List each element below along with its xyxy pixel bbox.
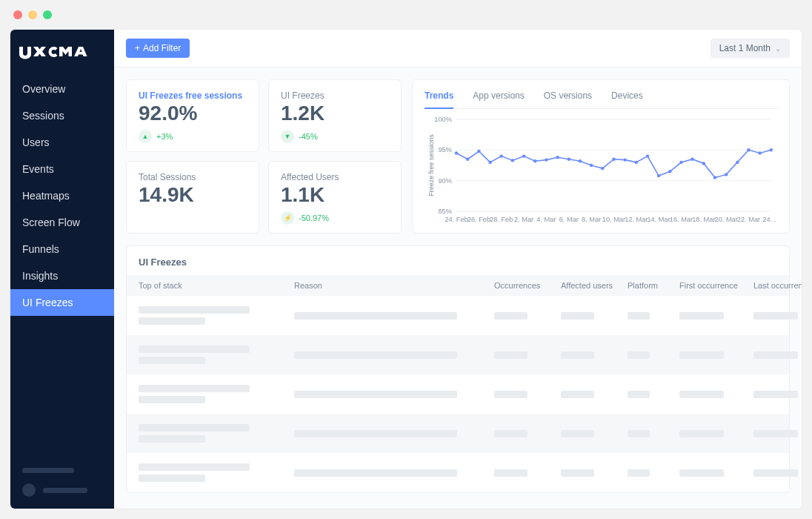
caret-down-icon: ▼ <box>281 130 294 143</box>
skeleton-line <box>22 468 74 473</box>
table-row[interactable] <box>127 374 789 414</box>
minimize-dot[interactable] <box>28 10 37 19</box>
chart-body: 85%90%95%100%Freeze free sessions24. Feb… <box>423 109 779 226</box>
metric-freeze-free-sessions: UI Freezes free sessions 92.0% ▲ +3% <box>126 79 259 152</box>
bolt-icon: ⚡ <box>281 211 294 225</box>
metric-label: UI Freezes <box>281 90 389 101</box>
svg-text:100%: 100% <box>434 116 452 123</box>
svg-point-13 <box>499 154 503 157</box>
titlebar <box>0 0 812 30</box>
svg-text:12. Mar: 12. Mar <box>625 216 648 223</box>
col-first-occurrence: First occurrence <box>679 281 746 290</box>
svg-point-33 <box>725 173 728 176</box>
app-frame: Overview Sessions Users Events Heatmaps … <box>10 30 802 509</box>
skeleton-line <box>43 488 87 493</box>
svg-point-31 <box>702 162 706 165</box>
svg-point-22 <box>601 167 605 170</box>
table-row[interactable] <box>127 296 789 335</box>
svg-text:Freeze free sessions: Freeze free sessions <box>427 134 435 196</box>
metric-delta: ⚡ -50.97% <box>281 211 389 225</box>
metric-value: 1.2K <box>281 102 389 125</box>
svg-point-29 <box>679 161 683 164</box>
sidebar: Overview Sessions Users Events Heatmaps … <box>10 30 114 509</box>
plus-icon: + <box>135 43 140 53</box>
svg-point-20 <box>579 159 582 162</box>
content: UI Freezes free sessions 92.0% ▲ +3% UI … <box>114 67 802 505</box>
svg-text:18. Mar: 18. Mar <box>692 216 715 223</box>
svg-text:26. Feb: 26. Feb <box>467 216 490 223</box>
caret-up-icon: ▲ <box>139 130 152 143</box>
svg-point-18 <box>556 156 559 159</box>
sidebar-item-ui-freezes[interactable]: UI Freezes <box>10 289 114 316</box>
close-dot[interactable] <box>13 10 22 19</box>
sidebar-item-funnels[interactable]: Funnels <box>10 236 114 262</box>
table-row[interactable] <box>127 414 789 453</box>
svg-point-15 <box>522 154 526 157</box>
add-filter-button[interactable]: + Add Filter <box>126 39 190 58</box>
svg-text:85%: 85% <box>438 208 451 215</box>
svg-text:90%: 90% <box>438 177 451 185</box>
sidebar-item-sessions[interactable]: Sessions <box>10 102 114 129</box>
svg-text:22. Mar: 22. Mar <box>737 216 760 223</box>
metric-total-sessions: Total Sessions 14.9K <box>126 161 259 234</box>
main-content: + Add Filter Last 1 Month ⌄ UI Freezes f… <box>114 30 802 509</box>
svg-point-24 <box>623 158 627 161</box>
svg-text:24. ...: 24. ... <box>762 216 776 223</box>
sidebar-footer <box>10 456 114 509</box>
svg-text:4. Mar: 4. Mar <box>536 216 556 223</box>
svg-point-34 <box>736 161 739 164</box>
svg-point-16 <box>533 159 537 162</box>
svg-point-21 <box>590 164 593 167</box>
metric-value: 1.1K <box>281 184 389 207</box>
user-widget[interactable] <box>22 483 102 497</box>
svg-point-25 <box>635 161 639 164</box>
sidebar-item-insights[interactable]: Insights <box>10 262 114 289</box>
sidebar-item-users[interactable]: Users <box>10 129 114 156</box>
svg-text:20. Mar: 20. Mar <box>715 216 738 223</box>
col-last-occurrence: Last occurrence <box>753 281 802 290</box>
brand-logo <box>10 30 114 76</box>
svg-point-23 <box>612 158 616 161</box>
chart-tab-os-versions[interactable]: OS versions <box>544 86 592 108</box>
summary-row: UI Freezes free sessions 92.0% ▲ +3% UI … <box>126 79 790 234</box>
chart-tab-trends[interactable]: Trends <box>425 86 453 108</box>
svg-point-14 <box>511 159 515 162</box>
metric-affected-users: Affected Users 1.1K ⚡ -50.97% <box>268 161 402 234</box>
svg-text:10. Mar: 10. Mar <box>602 216 625 223</box>
svg-point-37 <box>770 148 773 151</box>
topbar: + Add Filter Last 1 Month ⌄ <box>114 30 802 67</box>
svg-point-35 <box>747 148 751 151</box>
svg-text:14. Mar: 14. Mar <box>647 216 670 223</box>
svg-point-17 <box>545 158 548 161</box>
sidebar-item-overview[interactable]: Overview <box>10 76 114 102</box>
zoom-dot[interactable] <box>43 10 52 19</box>
sidebar-item-screen-flow[interactable]: Screen Flow <box>10 209 114 236</box>
svg-text:16. Mar: 16. Mar <box>670 216 693 223</box>
col-reason: Reason <box>294 281 487 290</box>
svg-point-12 <box>488 161 492 164</box>
svg-point-28 <box>668 170 672 173</box>
metric-ui-freezes: UI Freezes 1.2K ▼ -45% <box>268 79 402 152</box>
svg-text:95%: 95% <box>438 146 451 153</box>
metric-delta: ▲ +3% <box>139 130 247 143</box>
svg-point-26 <box>646 154 650 157</box>
sidebar-item-events[interactable]: Events <box>10 156 114 182</box>
avatar-icon <box>22 483 36 497</box>
freezes-table: UI Freezes Top of stack Reason Occurrenc… <box>126 245 790 493</box>
metric-label: Total Sessions <box>139 172 247 182</box>
table-row[interactable] <box>127 453 789 492</box>
svg-point-32 <box>713 176 717 179</box>
col-platform: Platform <box>628 281 672 290</box>
metric-label: UI Freezes free sessions <box>139 90 247 101</box>
col-top-of-stack: Top of stack <box>139 281 287 290</box>
table-row[interactable] <box>127 335 789 374</box>
table-header: Top of stack Reason Occurrences Affected… <box>127 275 789 296</box>
svg-point-27 <box>657 174 661 177</box>
table-title: UI Freezes <box>127 246 789 275</box>
metric-value: 14.9K <box>139 184 247 207</box>
chart-tab-devices[interactable]: Devices <box>611 86 643 108</box>
metrics-grid: UI Freezes free sessions 92.0% ▲ +3% UI … <box>126 79 402 234</box>
chart-tab-app-versions[interactable]: App versions <box>473 86 524 108</box>
date-range-selector[interactable]: Last 1 Month ⌄ <box>710 39 790 58</box>
sidebar-item-heatmaps[interactable]: Heatmaps <box>10 182 114 209</box>
